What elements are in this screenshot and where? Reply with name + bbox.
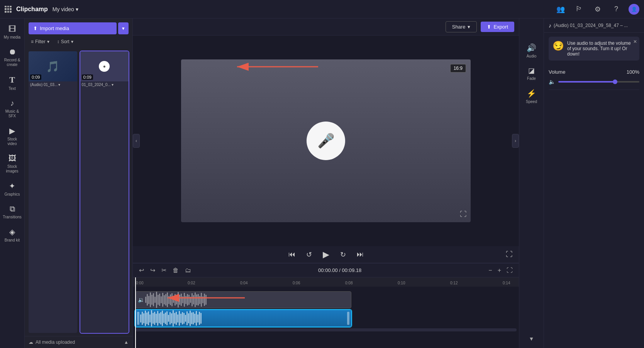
ruler-mark-1: 0:02 [188, 281, 195, 285]
timeline: ↩ ↪ ✂ 🗑 🗂 00:00.00 / 00:09.18 − + ⛶ [133, 263, 519, 348]
help-icon[interactable]: ? [610, 3, 622, 15]
export-button[interactable]: ⬆ Export [481, 22, 514, 32]
collapse-left-panel[interactable]: ‹ [133, 134, 140, 148]
import-media-button[interactable]: ⬆ Import media [29, 22, 117, 34]
share-button[interactable]: Share ▾ [446, 21, 477, 32]
delete-button[interactable]: 🗑 [171, 265, 180, 275]
stock-video-icon: ▶ [9, 126, 15, 135]
ruler-mark-6: 0:12 [450, 281, 458, 285]
sort-button[interactable]: ↕ Sort ▾ [55, 37, 76, 46]
sidebar-item-my-media[interactable]: 🎞 My media [2, 22, 23, 43]
user-avatar[interactable]: 👤 [629, 4, 639, 15]
media-panel: ⬆ Import media ▾ ≡ Filter ▾ ↕ Sort ▾ [25, 19, 133, 348]
track-clip-audio-blue[interactable] [135, 310, 351, 327]
right-panel-item-speed[interactable]: ⚡ Speed [521, 86, 542, 107]
center-area: Share ▾ ⬆ Export ‹ › 🎤 16:9 [133, 19, 519, 348]
ruler-mark-2: 0:04 [240, 281, 247, 285]
ruler-playhead [135, 277, 136, 287]
sort-icon: ↕ [57, 39, 59, 44]
filter-button[interactable]: ≡ Filter ▾ [29, 37, 52, 46]
fast-forward-button[interactable]: ↻ [339, 249, 347, 260]
track-spacer-top [133, 287, 519, 290]
topbar-right: 👥 🏳 ⚙ ? 👤 [554, 3, 639, 15]
zoom-in-button[interactable]: + [496, 265, 503, 275]
right-panel-item-audio[interactable]: 🔊 Audio [521, 40, 542, 62]
fit-timeline-button[interactable]: ⛶ [505, 265, 514, 275]
expand-view-button[interactable]: ⛶ [504, 249, 514, 260]
ruler-mark-4: 0:08 [345, 281, 353, 285]
speed-rp-icon: ⚡ [527, 89, 536, 98]
go-to-end-button[interactable]: ⏭ [355, 249, 365, 260]
right-panel-collapse[interactable]: ▼ [529, 336, 534, 345]
waveform-blue [140, 310, 346, 326]
transitions-icon: ⧉ [10, 204, 15, 213]
topbar: Clipchamp My video ▾ 👥 🏳 ⚙ ? 👤 [0, 0, 644, 19]
thumb-video: ● 0:09 [80, 51, 129, 81]
preview-area: ‹ › 🎤 16:9 ⛶ [133, 35, 519, 246]
my-media-icon: 🎞 [8, 25, 16, 34]
undo-button[interactable]: ↩ [137, 265, 146, 275]
sidebar-label-stock-images: Stock images [3, 164, 22, 174]
collapse-right-panel[interactable]: › [512, 134, 519, 148]
sidebar-item-record[interactable]: ⏺ Record &create [2, 44, 23, 70]
rewind-button[interactable]: ↺ [305, 249, 314, 260]
sidebar-item-text[interactable]: T Text [2, 72, 23, 94]
video-title[interactable]: My video ▾ [53, 6, 78, 12]
text-icon: T [9, 75, 15, 85]
sidebar-label-my-media: My media [4, 35, 20, 40]
brand-kit-icon: ◈ [9, 227, 15, 237]
sidebar-item-graphics[interactable]: ✦ Graphics [2, 178, 23, 200]
timeline-time: 00:00.00 / 00:09.18 [318, 267, 361, 273]
record-indicator: ● [99, 61, 110, 72]
clip-right-handle [347, 312, 349, 325]
sidebar-item-stock-images[interactable]: 🖼 Stock images [2, 151, 23, 177]
import-icon: ⬆ [33, 25, 37, 31]
volume-slider[interactable] [558, 81, 639, 83]
track-clip-audio-gray[interactable]: 🔉 [135, 291, 351, 308]
mic-icon: 🎤 [317, 133, 335, 149]
volume-section: Volume 100% 🔈 [544, 64, 644, 90]
flag-icon[interactable]: 🏳 [573, 3, 585, 15]
redo-button[interactable]: ↪ [149, 265, 157, 275]
play-button[interactable]: ▶ [321, 248, 331, 261]
tooltip-text: Use audio to adjust the volume of your s… [567, 41, 636, 57]
sidebar-label-text: Text [8, 86, 15, 91]
import-dropdown-button[interactable]: ▾ [118, 22, 129, 34]
sidebar-item-stock-video[interactable]: ▶ Stock video [2, 123, 23, 149]
stamp-button[interactable]: 🗂 [183, 265, 193, 275]
aspect-ratio-badge: 16:9 [450, 64, 466, 73]
tooltip-close-button[interactable]: ✕ [633, 39, 637, 44]
media-item-video[interactable]: ● 0:09 01_03_2024_0... ▾ [80, 51, 129, 333]
timeline-scrollbar[interactable] [135, 328, 517, 331]
music-icon: ♪ [10, 99, 14, 108]
sidebar-label-brand-kit: Brand kit [5, 238, 20, 243]
zoom-out-button[interactable]: − [487, 265, 493, 275]
tl-zoom-controls: − + ⛶ [487, 265, 514, 275]
properties-divider [549, 90, 639, 90]
media-panel-header: ⬆ Import media ▾ ≡ Filter ▾ ↕ Sort ▾ [25, 19, 132, 48]
media-item-audio[interactable]: 0:09 🎵 (Audio) 01_03... ▾ [29, 51, 77, 333]
filter-icon: ≡ [31, 39, 34, 44]
sidebar-label-graphics: Graphics [4, 192, 20, 197]
upload-status-label: All media uploaded [36, 340, 75, 345]
app-name: Clipchamp [16, 6, 48, 13]
thumb-name-video: 01_03_2024_0... ▾ [80, 81, 129, 88]
sidebar-label-music: Music & SFX [3, 109, 22, 118]
volume-value: 100% [627, 69, 639, 75]
sidebar-item-music[interactable]: ♪ Music & SFX [2, 96, 23, 122]
ruler-mark-5: 0:10 [398, 281, 405, 285]
cut-button[interactable]: ✂ [160, 265, 168, 275]
properties-tooltip: 😏 Use audio to adjust the volume of your… [549, 37, 639, 61]
right-panel-item-fade[interactable]: ◪ Fade [521, 63, 542, 84]
people-icon[interactable]: 👥 [554, 3, 567, 15]
volume-thumb[interactable] [613, 79, 617, 84]
sidebar-item-brand-kit[interactable]: ◈ Brand kit [2, 224, 23, 246]
fade-rp-label: Fade [527, 76, 536, 81]
sidebar-item-transitions[interactable]: ⧉ Transitions [2, 201, 23, 223]
apps-icon[interactable] [5, 6, 12, 13]
mic-circle: 🎤 [307, 122, 345, 160]
fullscreen-button[interactable]: ⛶ [460, 210, 467, 218]
go-to-start-button[interactable]: ⏮ [287, 249, 297, 260]
settings-icon[interactable]: ⚙ [591, 3, 604, 15]
preview-video: 🎤 16:9 ⛶ [181, 59, 471, 222]
